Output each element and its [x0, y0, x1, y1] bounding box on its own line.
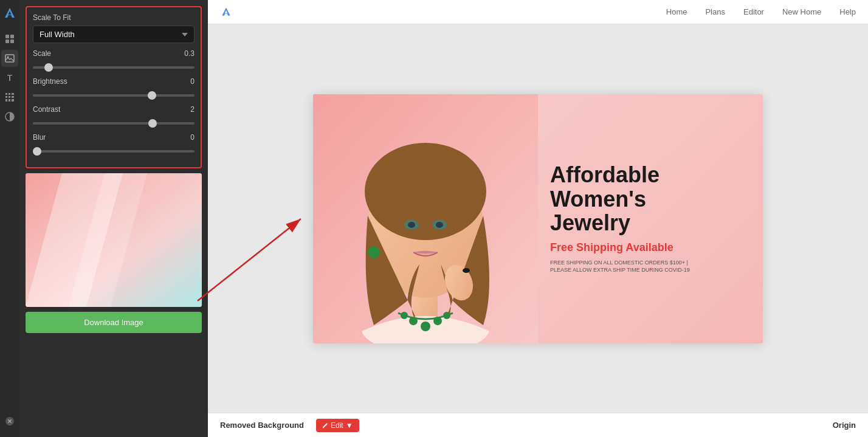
- brightness-input[interactable]: [33, 94, 195, 97]
- image-preview-thumbnail: [26, 173, 202, 307]
- nav-editor[interactable]: Editor: [743, 7, 764, 16]
- svg-rect-6: [5, 93, 7, 95]
- bottom-bar: Removed Background Edit ▼ Origin: [208, 413, 868, 437]
- download-image-button[interactable]: Download Image: [26, 312, 202, 333]
- svg-point-29: [421, 322, 430, 331]
- pattern-nav-icon[interactable]: [1, 89, 18, 106]
- top-nav-logo: [220, 6, 232, 18]
- icon-sidebar: T: [0, 0, 19, 437]
- top-nav-links: Home Plans Editor New Home Help: [666, 7, 856, 16]
- blur-input[interactable]: [33, 150, 195, 153]
- blur-label: Blur: [33, 133, 46, 142]
- svg-point-34: [368, 246, 380, 258]
- svg-rect-7: [9, 93, 10, 95]
- text-nav-icon[interactable]: T: [1, 69, 18, 86]
- top-nav: Home Plans Editor New Home Help: [208, 0, 868, 24]
- origin-label: Origin: [833, 421, 856, 430]
- settings-box: Scale To Fit Full Width Full Height Fit …: [26, 6, 202, 168]
- main-area: Home Plans Editor New Home Help: [208, 0, 868, 437]
- svg-point-24: [365, 143, 486, 240]
- svg-rect-9: [5, 96, 7, 98]
- svg-rect-12: [5, 99, 7, 102]
- svg-rect-14: [12, 99, 14, 102]
- scale-to-fit-label: Scale To Fit: [33, 13, 195, 22]
- svg-point-28: [436, 222, 443, 228]
- banner-title: Affordable Women's Jewelry: [550, 163, 751, 235]
- edit-pencil-icon: [322, 422, 328, 428]
- svg-point-30: [409, 317, 418, 325]
- brightness-slider-row: Brightness 0: [33, 77, 195, 99]
- nav-help[interactable]: Help: [839, 7, 856, 16]
- scale-label: Scale: [33, 49, 51, 58]
- grid-nav-icon[interactable]: [1, 30, 18, 47]
- contrast-slider-row: Contrast 2: [33, 105, 195, 127]
- nav-home[interactable]: Home: [666, 7, 687, 16]
- svg-rect-11: [12, 96, 14, 98]
- svg-rect-0: [5, 35, 9, 38]
- contrast-nav-icon[interactable]: [1, 108, 18, 125]
- scale-slider-row: Scale 0.3: [33, 49, 195, 71]
- svg-rect-4: [5, 55, 14, 62]
- svg-point-36: [463, 268, 470, 273]
- svg-rect-3: [10, 40, 14, 43]
- scale-value: 0.3: [184, 49, 195, 58]
- app-logo[interactable]: [1, 5, 18, 22]
- blur-slider-row: Blur 0: [33, 133, 195, 155]
- contrast-label: Contrast: [33, 105, 60, 114]
- scale-input[interactable]: [33, 66, 195, 69]
- contrast-input[interactable]: [33, 122, 195, 125]
- contrast-value: 2: [190, 105, 195, 114]
- svg-rect-1: [10, 35, 14, 38]
- brightness-value: 0: [190, 77, 195, 86]
- svg-rect-13: [9, 99, 10, 102]
- banner-left-image: [313, 94, 538, 343]
- svg-rect-8: [12, 93, 14, 95]
- edit-button[interactable]: Edit ▼: [316, 419, 359, 432]
- canvas-area: Affordable Women's Jewelry Free Shipping…: [208, 24, 868, 413]
- banner-fine-print: FREE SHIPPING ON ALL DOMESTIC ORDERS $10…: [550, 259, 751, 274]
- image-nav-icon[interactable]: [1, 50, 18, 67]
- scale-to-fit-dropdown[interactable]: Full Width Full Height Fit Stretch: [33, 26, 195, 43]
- banner-canvas: Affordable Women's Jewelry Free Shipping…: [313, 94, 763, 343]
- banner-subtitle: Free Shipping Available: [550, 241, 751, 254]
- close-nav-icon[interactable]: [1, 413, 18, 430]
- removed-background-label: Removed Background: [220, 421, 304, 430]
- svg-point-33: [443, 312, 450, 319]
- svg-point-32: [401, 312, 408, 319]
- svg-point-31: [433, 317, 442, 325]
- nav-plans[interactable]: Plans: [705, 7, 725, 16]
- left-panel: Scale To Fit Full Width Full Height Fit …: [19, 0, 208, 437]
- banner-right-text: Affordable Women's Jewelry Free Shipping…: [538, 94, 763, 343]
- svg-rect-2: [5, 40, 9, 43]
- svg-point-27: [408, 222, 415, 228]
- blur-value: 0: [190, 133, 195, 142]
- brightness-label: Brightness: [33, 77, 67, 86]
- svg-rect-10: [9, 96, 10, 98]
- nav-new-home[interactable]: New Home: [782, 7, 821, 16]
